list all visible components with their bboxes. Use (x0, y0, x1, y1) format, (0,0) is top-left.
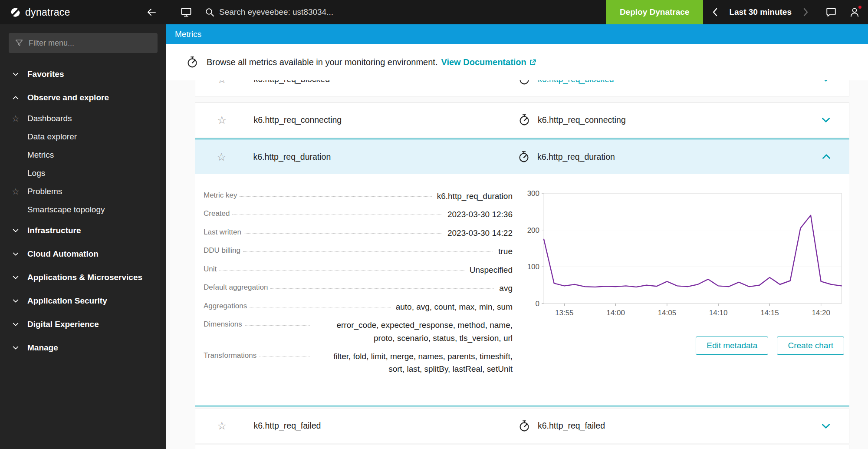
create-chart-button[interactable]: Create chart (777, 337, 844, 355)
metric-row-duration[interactable]: ☆ k6.http_req_duration k6.http_req_durat… (195, 139, 849, 174)
chevron-down-icon (11, 321, 20, 328)
brand-name: dynatrace (25, 7, 70, 18)
property-value: 2023-03-30 12:36 (447, 208, 513, 221)
chevron-up-icon[interactable] (821, 151, 832, 162)
chevron-down-icon (11, 344, 20, 351)
section-label: Digital Experience (27, 320, 99, 329)
collapse-sidebar-button[interactable] (146, 7, 157, 17)
sidebar-section-manage[interactable]: Manage (0, 336, 166, 360)
property-row: Aggregations auto, avg, count, max, min,… (204, 300, 513, 313)
chevron-down-icon (11, 251, 20, 258)
metric-display-name: k6.http_req_failed (538, 421, 605, 431)
svg-text:14:20: 14:20 (812, 309, 830, 317)
chevron-down-icon (11, 274, 20, 281)
metric-details-panel: Metric key k6.http_req_duration Created … (195, 174, 849, 406)
favorite-star-icon: ☆ (12, 187, 20, 196)
sidebar-section-favorites[interactable]: Favorites (0, 63, 166, 86)
time-range-picker: Last 30 minutes (707, 5, 813, 20)
arrow-left-icon (146, 7, 157, 17)
metrics-banner: Browse all metrics available in your mon… (166, 44, 868, 80)
time-range-next-button[interactable] (798, 5, 813, 20)
sidebar-section-cloud-automation[interactable]: Cloud Automation (0, 242, 166, 266)
dotted-leader (243, 245, 493, 252)
chevron-down-icon[interactable] (820, 114, 832, 125)
property-label: Created (204, 208, 230, 218)
edit-metadata-button[interactable]: Edit metadata (696, 337, 768, 355)
property-row: Default aggregation avg (204, 282, 513, 294)
search-icon[interactable] (204, 7, 215, 17)
favorite-star-icon[interactable]: ☆ (217, 115, 227, 125)
sidebar-item-dashboards[interactable]: ☆ Dashboards (0, 109, 166, 128)
nav-item-label: Smartscape topology (27, 205, 105, 215)
dotted-leader (240, 190, 431, 197)
metric-row-failed[interactable]: ☆ k6.http_req_failed k6.http_req_failed (195, 409, 849, 443)
dotted-leader (219, 264, 464, 271)
sidebar-item-data-explorer[interactable]: Data explorer (0, 128, 166, 146)
property-value: true (498, 245, 513, 258)
metrics-list: ☆ k6.http_req_blocked k6.http_req_blocke… (166, 80, 868, 449)
section-label: Observe and explore (27, 93, 109, 102)
favorite-star-icon[interactable]: ☆ (217, 152, 226, 162)
view-documentation-link[interactable]: View Documentation (441, 57, 536, 67)
property-row: Last written 2023-03-30 14:22 (204, 227, 513, 239)
topbar-brand-area: dynatrace (0, 0, 166, 24)
chevron-up-icon (11, 94, 20, 101)
property-row: Dimensions error_code, expected_response… (204, 319, 513, 344)
metric-chart-area: 010020030013:5514:0014:0514:1014:1514:20… (513, 190, 844, 381)
page-title: Metrics (175, 30, 201, 39)
metric-row-blocked[interactable]: ☆ k6.http_req_blocked k6.http_req_blocke… (195, 80, 849, 96)
metric-row-connecting[interactable]: ☆ k6.http_req_connecting k6.http_req_con… (195, 102, 849, 137)
favorite-star-icon[interactable]: ☆ (217, 420, 227, 431)
property-label: Dimensions (204, 319, 242, 329)
external-link-icon (529, 59, 536, 66)
favorite-star-icon[interactable]: ☆ (217, 80, 227, 85)
property-label: DDU billing (204, 245, 240, 255)
user-account-icon[interactable] (849, 7, 860, 18)
sidebar-filter[interactable] (9, 33, 158, 53)
sidebar-section-infrastructure[interactable]: Infrastructure (0, 219, 166, 242)
sidebar-nav: Favorites Observe and explore ☆ Dashboar… (0, 63, 166, 360)
svg-text:14:00: 14:00 (606, 309, 625, 317)
brand[interactable]: dynatrace (10, 7, 70, 18)
sidebar-item-problems[interactable]: ☆ Problems (0, 182, 166, 201)
link-label: View Documentation (441, 57, 526, 67)
time-range-prev-button[interactable] (707, 5, 723, 20)
metric-line-chart: 010020030013:5514:0014:0514:1014:1514:20 (523, 190, 844, 323)
chevron-down-icon[interactable] (820, 80, 832, 85)
nav-item-label: Dashboards (27, 114, 72, 123)
chat-icon[interactable] (825, 7, 837, 18)
sidebar-section-applications-microservices[interactable]: Applications & Microservices (0, 266, 166, 289)
sidebar-item-logs[interactable]: Logs (0, 164, 166, 182)
property-value: avg (499, 282, 513, 294)
notification-badge (858, 5, 862, 10)
property-value: error_code, expected_response, method, n… (315, 319, 513, 344)
metric-stopwatch-icon (186, 56, 199, 69)
metric-expanded-section: ☆ k6.http_req_duration k6.http_req_durat… (195, 139, 849, 406)
sidebar-item-metrics[interactable]: Metrics (0, 146, 166, 164)
section-label: Manage (27, 343, 58, 353)
favorite-star-icon: ☆ (12, 114, 20, 123)
section-label: Applications & Microservices (27, 273, 142, 282)
sidebar: Favorites Observe and explore ☆ Dashboar… (0, 24, 166, 449)
chevron-down-icon (11, 297, 20, 304)
sidebar-item-smartscape-topology[interactable]: Smartscape topology (0, 201, 166, 219)
metric-row-receiving[interactable]: ☆ k6.http_req_receiving k6.http_req_rece… (195, 445, 849, 449)
search-input[interactable] (219, 7, 606, 17)
time-range-label[interactable]: Last 30 minutes (729, 7, 792, 17)
sidebar-section-application-security[interactable]: Application Security (0, 289, 166, 313)
filter-menu-input[interactable] (29, 39, 151, 48)
dotted-leader (259, 350, 310, 357)
property-label: Aggregations (204, 300, 247, 310)
metric-key: k6.http_req_connecting (253, 115, 342, 125)
chevron-down-icon[interactable] (820, 420, 832, 432)
sidebar-section-digital-experience[interactable]: Digital Experience (0, 313, 166, 336)
section-label: Favorites (27, 69, 64, 79)
property-label: Default aggregation (204, 282, 268, 292)
nav-item-label: Data explorer (27, 132, 77, 142)
nav-item-label: Logs (27, 168, 45, 178)
monitor-icon[interactable] (180, 6, 192, 18)
deploy-dynatrace-button[interactable]: Deploy Dynatrace (606, 0, 704, 24)
property-row: Unit Unspecified (204, 264, 513, 276)
sidebar-section-observe-and-explore[interactable]: Observe and explore (0, 86, 166, 109)
section-label: Application Security (27, 296, 107, 306)
